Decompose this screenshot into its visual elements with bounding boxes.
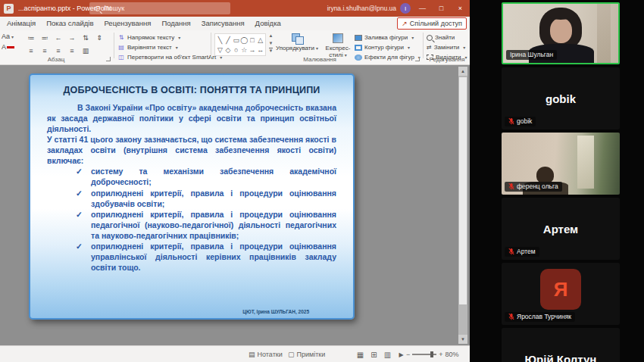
shape-effects-label: Ефекти для фігур — [364, 54, 414, 61]
slide-footer: ЦЮТ, Ірина ШУЛЬГАН, 2025 — [242, 309, 309, 314]
shape-icon[interactable]: ◇ — [224, 45, 233, 55]
muted-mic-icon — [508, 313, 514, 320]
find-icon — [427, 35, 433, 41]
group-label-editing: Редагування — [426, 56, 468, 63]
zoom-slider-thumb[interactable] — [430, 351, 433, 357]
maximize-button[interactable]: □ — [432, 0, 451, 17]
change-case-button[interactable]: Аа — [2, 33, 22, 40]
close-button[interactable]: × — [451, 0, 470, 17]
minimize-button[interactable]: — — [413, 0, 432, 17]
slide-sorter-icon[interactable] — [368, 351, 380, 359]
indent-increase-icon[interactable]: → — [66, 33, 78, 43]
vertical-scrollbar[interactable] — [458, 67, 467, 344]
normal-view-icon[interactable] — [355, 351, 366, 359]
smartart-label: Перетворити на об'єкт SmartArt — [127, 54, 216, 61]
text-spacing-icon[interactable]: ⇕ — [93, 33, 105, 43]
comments-button[interactable]: Примітки — [288, 346, 325, 362]
shape-outline-button[interactable]: Контур фігури — [355, 43, 420, 51]
slideshow-icon[interactable] — [395, 351, 407, 358]
shape-icon[interactable]: ↔ — [256, 45, 264, 55]
participant-tile[interactable]: gobik gobik — [502, 67, 620, 130]
powerpoint-app-icon[interactable]: P — [4, 4, 14, 14]
convert-smartart-button[interactable]: ◫ Перетворити на об'єкт SmartArt — [117, 53, 222, 61]
numbering-icon[interactable]: ≕ — [39, 33, 51, 43]
tab-help[interactable]: Довідка — [250, 17, 286, 30]
quick-styles-button[interactable]: Експрес-стилі — [321, 33, 355, 58]
shape-icon[interactable]: ╲ — [216, 35, 224, 45]
zoom-slider[interactable] — [412, 354, 436, 355]
share-button[interactable]: Спільний доступ — [397, 17, 467, 30]
text-direction-label: Напрямок тексту — [127, 34, 174, 41]
paragraph-dialog-launcher[interactable] — [106, 57, 111, 61]
shape-format-column: Заливка фігури Контур фігури Ефекти для … — [355, 33, 420, 61]
zoom-in-icon[interactable] — [439, 351, 442, 358]
scrollbar-thumb[interactable] — [459, 77, 467, 304]
shape-icon[interactable]: ○ — [232, 45, 240, 55]
arrange-label: Упорядкувати — [276, 45, 318, 51]
tab-view[interactable]: Подання — [156, 17, 195, 30]
slide-bullet: ✓ оприлюднені критерії, правила і процед… — [47, 188, 336, 209]
shape-icon[interactable]: ▽ — [216, 45, 224, 55]
columns-icon[interactable]: ▥ — [80, 45, 92, 56]
drawing-dialog-launcher[interactable] — [415, 57, 420, 61]
scroll-up-icon[interactable] — [458, 67, 467, 76]
participant-name: ференц ольга — [517, 183, 558, 190]
search-icon — [95, 6, 100, 11]
slide-canvas-area: ДОБРОЧЕСНІСТЬ В ОСВІТІ: ПОНЯТТЯ ТА ПРИНЦ… — [0, 65, 470, 345]
shape-fill-button[interactable]: Заливка фігури — [355, 33, 420, 42]
participant-tile[interactable]: ференц ольга — [502, 133, 620, 195]
search-box[interactable]: Пошук — [89, 2, 230, 14]
tab-record[interactable]: Записування — [196, 17, 250, 30]
tab-slideshow[interactable]: Показ слайдів — [41, 17, 98, 30]
shape-icon[interactable]: ▭ — [232, 35, 240, 45]
replace-button[interactable]: Замінити — [427, 43, 467, 51]
shape-icon[interactable]: ☆ — [240, 45, 249, 55]
checkmark-icon: ✓ — [76, 241, 91, 273]
justify-icon[interactable]: ≡ — [66, 45, 78, 56]
reading-view-icon[interactable] — [382, 351, 393, 359]
find-button[interactable]: Знайти — [427, 33, 467, 42]
powerpoint-window: P ...аспірантю.pptx - PowerPoint Пошук i… — [0, 0, 470, 362]
text-direction-button[interactable]: ⇅ Напрямок тексту — [117, 33, 222, 42]
font-color-letter: А — [2, 43, 6, 51]
shapes-scroll-up-icon[interactable] — [267, 33, 274, 40]
align-text-button[interactable]: ▤ Вирівняти текст — [117, 43, 222, 51]
align-right-icon[interactable]: ≡ — [52, 45, 64, 56]
align-center-icon[interactable]: ≡ — [39, 45, 51, 56]
person-silhouette — [550, 18, 572, 43]
slide[interactable]: ДОБРОЧЕСНІСТЬ В ОСВІТІ: ПОНЯТТЯ ТА ПРИНЦ… — [29, 73, 355, 320]
account-area[interactable]: iryna.i.shulhan@lpnu.ua І — [327, 0, 411, 17]
tab-review[interactable]: Рецензування — [98, 17, 156, 30]
shapes-scroll-down-icon[interactable] — [267, 41, 274, 48]
shape-icon[interactable]: □ — [249, 35, 257, 45]
scroll-down-icon[interactable] — [458, 335, 467, 344]
participant-tile[interactable]: Юрій Колтун — [502, 328, 620, 362]
indent-decrease-icon[interactable]: ← — [52, 33, 64, 43]
font-color-button[interactable]: А — [2, 43, 22, 51]
shape-icon[interactable]: → — [249, 45, 257, 55]
search-placeholder: Пошук — [104, 5, 124, 12]
zoom-out-icon[interactable] — [406, 351, 410, 358]
shape-icon[interactable]: ◯ — [240, 35, 249, 45]
align-left-icon[interactable]: ≡ — [25, 45, 37, 56]
arrange-button[interactable]: Упорядкувати — [274, 33, 320, 51]
zoom-percent[interactable]: 80% — [445, 351, 459, 358]
participant-name-label: gobik — [505, 117, 536, 126]
participant-tile[interactable]: Артем Артем — [502, 198, 620, 260]
notes-button[interactable]: Нотатки — [249, 346, 283, 362]
shape-icon[interactable]: ╱ — [224, 35, 233, 45]
bullets-icon[interactable]: ≔ — [25, 33, 37, 43]
zoom-controls: 80% — [406, 346, 459, 362]
line-spacing-icon[interactable]: ⇅ — [80, 33, 92, 43]
shape-effects-button[interactable]: Ефекти для фігур — [355, 53, 420, 61]
tab-animation[interactable]: Анімація — [2, 17, 41, 30]
participant-tile[interactable]: Я Ярослав Турчиняк — [502, 263, 620, 325]
participant-tile[interactable]: Ірина Шульган — [502, 2, 620, 64]
shape-icon[interactable]: △ — [256, 35, 264, 45]
font-group-fragment: Аа А — [2, 33, 22, 51]
account-avatar[interactable]: І — [400, 3, 411, 14]
participant-big-name: Юрій Колтун — [502, 328, 620, 362]
shapes-more-icon[interactable] — [267, 48, 274, 55]
muted-mic-icon — [508, 117, 514, 125]
status-bar: Нотатки Примітки 80% — [0, 345, 470, 362]
